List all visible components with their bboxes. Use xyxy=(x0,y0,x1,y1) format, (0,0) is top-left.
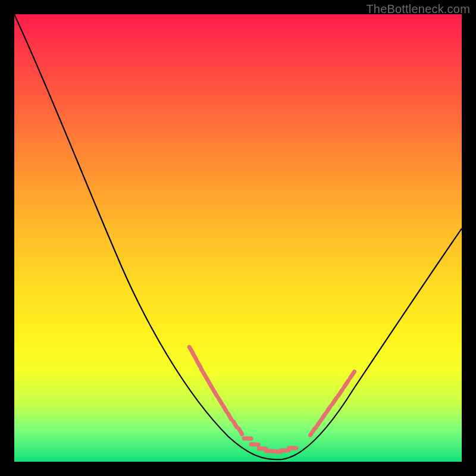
highlight-dash-left-1 xyxy=(193,353,196,359)
highlight-dash-bottom-0 xyxy=(244,439,251,439)
highlight-dash-left-7 xyxy=(218,398,222,403)
curve-layer xyxy=(14,14,462,462)
highlight-dash-bottom-6 xyxy=(289,448,296,449)
highlight-dash-left-9 xyxy=(228,414,231,419)
highlight-dash-right-0 xyxy=(310,429,314,436)
highlight-dash-left-8 xyxy=(223,406,227,411)
highlight-dash-bottom-1 xyxy=(251,444,258,445)
highlight-dash-bottom-2 xyxy=(259,449,266,449)
chart-frame: TheBottleneck.com xyxy=(0,0,476,476)
highlight-dash-left-11 xyxy=(239,428,242,434)
bottleneck-curve-path xyxy=(14,14,462,459)
highlight-dash-right-4 xyxy=(332,398,336,405)
highlight-dash-left-2 xyxy=(197,361,201,367)
highlight-dash-left-10 xyxy=(233,421,237,427)
highlight-dash-bottom-4 xyxy=(274,452,281,452)
highlight-dash-right-6 xyxy=(344,381,348,387)
highlight-dash-left-6 xyxy=(214,390,217,396)
highlight-dash-left-5 xyxy=(209,383,213,389)
highlight-dash-right-7 xyxy=(350,372,354,378)
highlight-dash-right-5 xyxy=(338,390,342,396)
highlight-dash-right-1 xyxy=(315,422,320,428)
highlight-dashes xyxy=(189,347,354,452)
highlight-dash-right-3 xyxy=(326,406,330,413)
highlight-dash-left-4 xyxy=(205,376,209,381)
highlight-dash-left-3 xyxy=(201,369,205,374)
plot-area xyxy=(14,14,462,462)
highlight-dash-right-2 xyxy=(321,414,325,421)
highlight-dash-bottom-5 xyxy=(281,450,289,451)
